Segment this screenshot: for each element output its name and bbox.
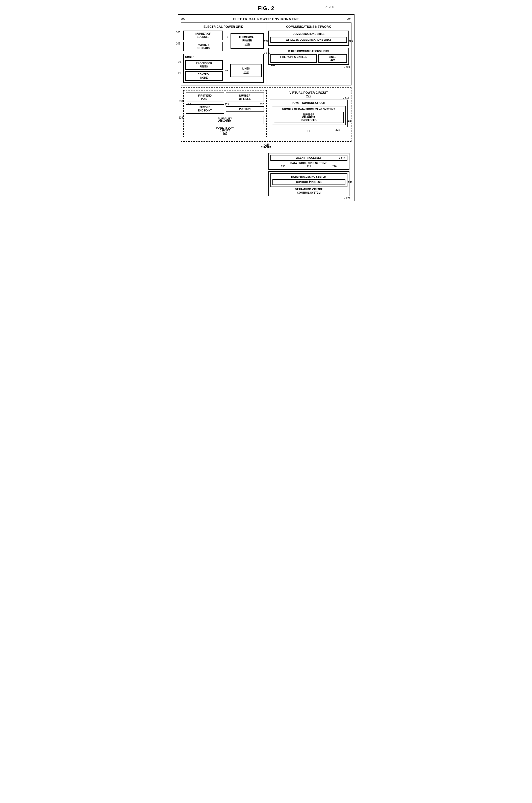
ref-221: ↗ 221: [343, 197, 350, 200]
ref-lines-210: 210: [243, 70, 248, 74]
number-sources-box: NUMBER OF SOURCES: [183, 31, 223, 40]
arrow-to-elec: →: [225, 34, 229, 40]
first-end-point-box: FIRST END POINT: [186, 92, 224, 102]
ref-231: 231: [260, 103, 265, 106]
ref-235: 235: [281, 165, 285, 168]
ref-218: ↖ 218: [338, 157, 345, 160]
number-loads-box: NUMBER OF LOADS: [183, 42, 223, 51]
num-agent-box: NUMBER OF AGENT PROCESSES 226: [274, 112, 344, 123]
dps-label: DATA PROCESSING SYSTEMS: [270, 162, 347, 165]
num-dps-label: NUMBER OF DATA PROCESSING SYSTEMS: [274, 108, 344, 111]
processor-units-box: PROCESSOR UNITS: [185, 60, 223, 70]
ref-230: 230: [179, 100, 183, 103]
control-sys-label: CONTROL SYSTEM: [270, 191, 347, 194]
figure-title: FIG. 2: [258, 5, 274, 11]
comms-links-label: COMMUNICATIONS LINKS: [270, 33, 347, 35]
ref-216: 216: [332, 165, 337, 168]
ref-240: 240: [178, 61, 183, 63]
ref-229: 229: [271, 63, 276, 66]
ref-233: 233: [225, 103, 229, 106]
lines-comms-box: LINES 210: [318, 54, 347, 63]
ops-outer-box: DATA PROCESSING SYSTEM CONTROL PROCESS 2…: [268, 171, 349, 196]
ref-202: 202: [181, 17, 185, 21]
page: FIG. 2 ↗ 200 202 ELECTRICAL POWER ENVIRO…: [178, 5, 355, 201]
ref-232: 232: [187, 103, 191, 106]
ref-228: 228: [336, 128, 340, 131]
control-node-box: CONTROL NODE: [185, 71, 223, 81]
ref-227: 227: [264, 40, 269, 43]
ref-224: 224: [179, 116, 183, 119]
second-end-point-box: SECOND END POINT: [186, 104, 224, 114]
wireless-links-box: WIRELESS COMMUNICATIONS LINKS 227 225: [270, 37, 347, 43]
comms-network-label: COMMUNICATIONS NETWORK: [268, 25, 349, 29]
arrow-to-portion: ←: [264, 107, 268, 111]
vpc-label: VIRTUAL POWER CIRCUIT: [270, 91, 348, 94]
ref-204: 204: [347, 17, 351, 21]
ref-222: 222: [270, 94, 348, 98]
ref-223: ↗ 223: [343, 66, 350, 69]
plurality-nodes-box: PLURALITY OF NODES: [186, 116, 264, 124]
portion-box: PORTION ←: [226, 106, 264, 112]
ref-226: 226: [347, 120, 351, 123]
ref-244: ↗ 244: [342, 97, 349, 100]
env-label: ELECTRICAL POWER ENVIRONMENT: [185, 17, 347, 21]
wired-links-label: WIRED COMMUNICATIONS LINKS: [270, 50, 347, 53]
ref-214: 214: [245, 42, 250, 46]
lines-box: LINES 210: [230, 64, 262, 77]
agent-processes-outer: AGENT PROCESSES ↖ 218 DATA PROCESSING SY…: [268, 153, 349, 170]
ref-208: 208: [176, 42, 180, 45]
number-lines-box: NUMBER OF LINES: [226, 92, 264, 102]
fiber-optic-box: FIBER OPTIC CABLES 229: [270, 54, 317, 63]
ref-225: 225: [349, 40, 353, 43]
ref-219: 219: [307, 165, 311, 168]
arrow-lines: ↔: [224, 68, 229, 73]
arrow-up-vpc: ↑↑: [307, 128, 310, 132]
refs-row: 235 219 216: [270, 165, 347, 168]
ops-center-label: OPERATIONS CENTER: [270, 188, 347, 191]
agent-processes-box: AGENT PROCESSES ↖ 218: [270, 155, 347, 161]
ref-206: 206: [176, 31, 180, 34]
arrow-down-dps: ↓↓: [307, 179, 310, 182]
arrow-from-elec: ←: [225, 42, 229, 48]
dps-inner-label: DATA PROCESSING SYSTEM: [272, 176, 345, 178]
nodes-label: NODES: [185, 56, 262, 59]
ref-213: 213: [178, 72, 183, 75]
pfc-label: POWER FLOW CIRCUIT 242: [186, 126, 264, 135]
ref-238: 238: [348, 181, 353, 183]
circuit-ref-label: ↗ 220 CIRCUIT: [261, 143, 271, 149]
grid-label: ELECTRICAL POWER GRID: [183, 25, 264, 29]
electrical-power-box: ELECTRICAL POWER 214: [230, 33, 264, 49]
ref-200: ↗ 200: [325, 5, 334, 9]
pcc-label: POWER CONTROL CIRCUIT: [272, 102, 346, 104]
